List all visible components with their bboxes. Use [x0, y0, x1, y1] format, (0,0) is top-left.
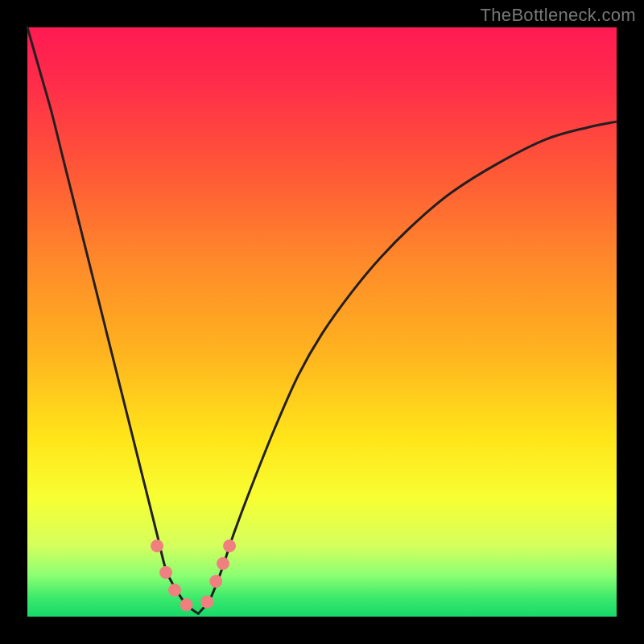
plot-area: [27, 27, 617, 617]
outer-frame: TheBottleneck.com: [0, 0, 644, 644]
curve-marker: [168, 584, 181, 597]
curve-marker: [223, 539, 236, 552]
curve-marker: [217, 557, 229, 570]
watermark-text: TheBottleneck.com: [481, 5, 636, 26]
curve-marker: [200, 596, 213, 609]
curve-markers: [151, 539, 236, 611]
curve-marker: [159, 566, 172, 579]
curve-marker: [151, 539, 163, 552]
chart-svg: [27, 27, 617, 617]
curve-marker: [180, 598, 193, 611]
curve-right: [198, 122, 617, 613]
curve-left: [27, 27, 198, 613]
curve-marker: [209, 575, 222, 588]
